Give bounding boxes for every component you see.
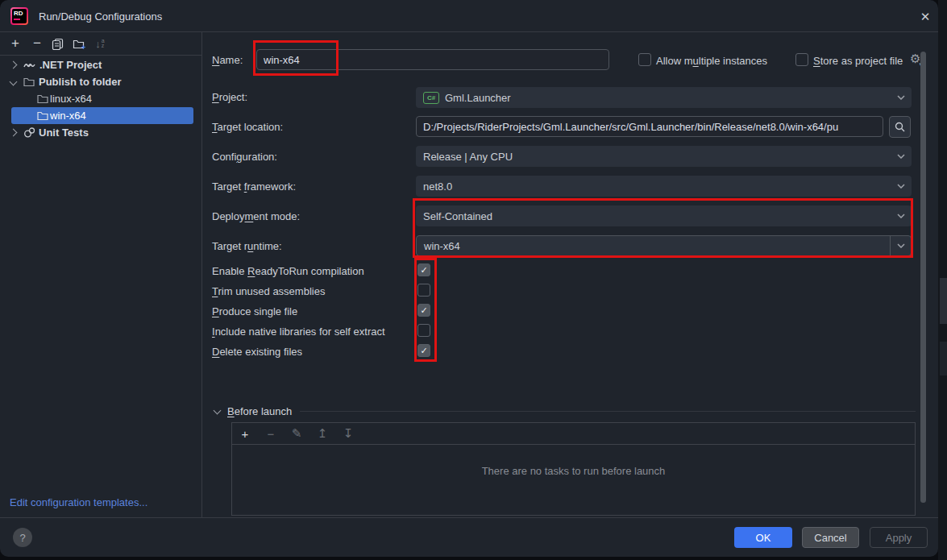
produce-single-file-label: Produce single file: [212, 305, 297, 317]
sidebar-divider: [201, 31, 202, 517]
before-launch-empty-text: There are no tasks to run before launch: [232, 465, 915, 477]
footer-divider: [0, 517, 938, 518]
sidebar-toolbar-divider: [0, 55, 201, 56]
target-location-input[interactable]: [416, 116, 883, 137]
remove-configuration-icon[interactable]: −: [28, 35, 46, 52]
tree-item-unit-tests[interactable]: Unit Tests: [0, 124, 201, 141]
rider-logo-text: RD: [14, 10, 23, 17]
background-app-block: [940, 342, 947, 375]
tree-item-dotnet-project[interactable]: .NET Project: [0, 56, 201, 73]
check-icon: ✓: [420, 346, 427, 356]
apply-button[interactable]: Apply: [870, 527, 928, 548]
unit-tests-icon: [23, 127, 35, 138]
produce-single-file-checkbox[interactable]: ✓: [417, 304, 430, 317]
check-icon: ✓: [420, 265, 427, 276]
store-as-project-file-checkbox[interactable]: [795, 53, 808, 66]
store-as-project-file-label: Store as project file: [813, 55, 903, 67]
enable-readytorun-label: Enable ReadyToRun compilation: [212, 265, 364, 277]
remove-task-icon[interactable]: −: [264, 427, 277, 441]
dialog-title: Run/Debug Configurations: [39, 10, 162, 23]
chevron-down-icon: [897, 95, 905, 100]
deployment-mode-select[interactable]: Self-Contained: [416, 205, 912, 226]
run-debug-configurations-dialog: RD Run/Debug Configurations ✕ + − + ↓ az…: [0, 0, 938, 557]
tree-item-publish-to-folder[interactable]: Publish to folder: [0, 73, 201, 90]
svg-text:+: +: [81, 44, 85, 50]
new-folder-icon[interactable]: +: [70, 35, 88, 52]
move-task-down-icon[interactable]: ↧: [342, 426, 355, 441]
folder-icon: [37, 94, 48, 104]
allow-multiple-instances-label: Allow multiple instances: [656, 55, 767, 67]
deployment-mode-label: Deployment mode:: [212, 210, 300, 222]
trim-unused-assemblies-checkbox[interactable]: [417, 284, 430, 297]
delete-existing-files-checkbox[interactable]: ✓: [417, 344, 430, 357]
help-button[interactable]: ?: [13, 528, 32, 547]
ok-button[interactable]: OK: [734, 527, 792, 548]
titlebar-divider: [0, 31, 938, 32]
target-framework-select[interactable]: net8.0: [416, 176, 912, 197]
chevron-down-icon[interactable]: [10, 78, 18, 86]
before-launch-header[interactable]: Before launch: [227, 405, 292, 417]
chevron-right-icon[interactable]: [10, 61, 18, 69]
include-native-libraries-checkbox[interactable]: [417, 324, 430, 337]
combobox-dropdown-button[interactable]: [890, 236, 911, 255]
chevron-down-icon: [897, 214, 905, 218]
vertical-scrollbar[interactable]: [920, 52, 926, 503]
add-task-icon[interactable]: +: [239, 427, 251, 441]
enable-readytorun-checkbox[interactable]: ✓: [417, 263, 430, 276]
copy-configuration-icon[interactable]: [48, 35, 66, 52]
tree-item-linux-x64[interactable]: linux-x64: [0, 90, 201, 107]
configuration-select[interactable]: Release | Any CPU: [416, 146, 912, 167]
add-configuration-icon[interactable]: +: [6, 35, 24, 52]
move-task-up-icon[interactable]: ↥: [316, 426, 329, 441]
check-icon: ✓: [420, 305, 427, 316]
close-icon[interactable]: ✕: [916, 7, 935, 27]
folder-icon: [23, 77, 35, 87]
name-input[interactable]: [256, 49, 609, 70]
target-runtime-combobox[interactable]: win-x64: [416, 235, 912, 256]
dotnet-project-icon: [23, 61, 35, 69]
cancel-button[interactable]: Cancel: [802, 527, 859, 548]
configuration-label: Configuration:: [212, 151, 277, 163]
project-label: Project:: [212, 91, 247, 103]
chevron-down-icon: [897, 154, 905, 159]
chevron-down-icon: [897, 243, 905, 248]
target-runtime-label: Target runtime:: [212, 240, 282, 252]
before-launch-toolbar: + − ✎ ↥ ↧: [232, 423, 915, 445]
rider-logo-icon: RD: [10, 7, 28, 25]
target-location-label: Target location:: [212, 121, 283, 133]
search-icon: [895, 122, 905, 132]
delete-existing-files-label: Delete existing files: [212, 346, 302, 358]
csharp-badge-icon: C#: [423, 92, 439, 104]
include-native-libraries-label: Include native libraries for self extrac…: [212, 326, 385, 338]
project-select[interactable]: C# Gml.Launcher: [416, 87, 912, 108]
browse-button[interactable]: [889, 116, 911, 138]
edit-configuration-templates-link[interactable]: Edit configuration templates...: [10, 496, 147, 508]
folder-icon: [37, 111, 48, 121]
background-app-block: [940, 278, 947, 324]
target-framework-label: Target framework:: [212, 180, 296, 193]
name-label: Name:: [212, 54, 243, 66]
edit-task-icon[interactable]: ✎: [290, 426, 303, 441]
before-launch-collapse-icon[interactable]: [214, 407, 222, 415]
chevron-down-icon: [897, 184, 905, 189]
chevron-right-icon[interactable]: [10, 129, 18, 137]
before-launch-header-rule: [300, 411, 916, 412]
tree-item-win-x64[interactable]: win-x64: [0, 107, 201, 124]
before-launch-task-list: + − ✎ ↥ ↧ There are no tasks to run befo…: [231, 422, 916, 516]
allow-multiple-instances-checkbox[interactable]: [638, 53, 651, 66]
trim-unused-assemblies-label: Trim unused assemblies: [212, 285, 325, 297]
sort-configurations-icon[interactable]: ↓ az: [91, 35, 109, 52]
